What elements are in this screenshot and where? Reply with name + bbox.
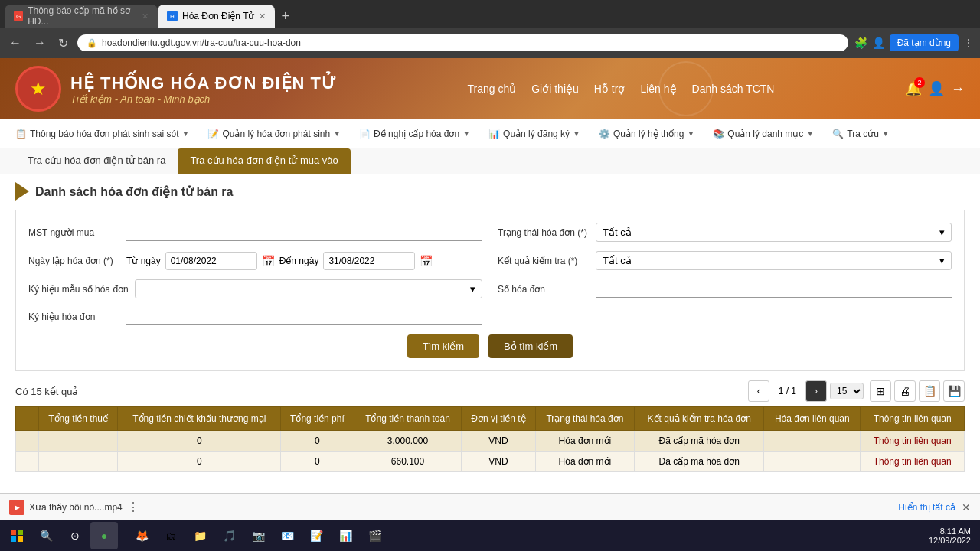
svg-rect-1 [18, 530, 23, 535]
site-subtitle: Tiết kiệm - An toàn - Minh bạch [70, 93, 337, 105]
menu-quan-ly-dk[interactable]: 📊 Quản lý đăng ký ▼ [481, 122, 588, 145]
tab2-favicon: H [167, 11, 178, 21]
menu-quan-ly-phat-sinh[interactable]: 📝 Quản lý hóa đơn phát sinh ▼ [200, 122, 348, 145]
taskbar-app5[interactable]: 📷 [244, 522, 272, 549]
notification-badge: 2 [914, 77, 925, 88]
nav-ho-tro[interactable]: Hỗ trợ [594, 83, 626, 95]
col-tong-tien-thue: Tổng tiền thuế [39, 407, 118, 431]
download-bar-close[interactable]: ✕ [962, 501, 971, 514]
danh-muc-arrow: ▼ [806, 129, 814, 138]
pause-button[interactable]: Đã tạm dừng [890, 34, 959, 51]
taskbar-app1[interactable]: 🦊 [128, 522, 155, 549]
download-bar: ▶ Xưa thầy bôi nò....mp4 ⋮ Hiển thị tất … [0, 493, 980, 520]
tu-ngay-input[interactable] [165, 252, 257, 270]
thong-bao-icon: 📋 [15, 129, 27, 139]
export-icon[interactable]: ⊞ [870, 380, 891, 402]
menu-de-nghi[interactable]: 📄 Đề nghị cấp hóa đơn ▼ [351, 122, 478, 145]
nav-gioi-thieu[interactable]: Giới thiệu [531, 83, 579, 95]
nav-trang-chu[interactable]: Trang chủ [468, 83, 517, 95]
download-menu-button[interactable]: ⋮ [127, 500, 139, 514]
taskbar-app6[interactable]: 📧 [273, 522, 301, 549]
row1-tt-link[interactable]: Thông tin liên quan [874, 435, 952, 446]
arrow-button[interactable]: → [951, 81, 965, 97]
nav-icons: 🔔 2 👤 → [905, 80, 965, 97]
row2-trang-thai: Hóa đơn mới [535, 452, 635, 472]
ky-hieu-mau-select[interactable]: ▾ [135, 279, 482, 298]
tu-ngay-calendar-icon[interactable]: 📅 [262, 255, 275, 267]
notification-button[interactable]: 🔔 2 [905, 80, 922, 97]
danh-muc-label: Quản lý danh mục [727, 129, 803, 139]
taskbar-app3[interactable]: 📁 [186, 522, 214, 549]
browser-tab-1[interactable]: G Thông báo cấp mã hồ sơ HĐ... ✕ [5, 5, 158, 28]
ket-qua-arrow: ▾ [939, 255, 945, 266]
extensions-icon[interactable]: 🧩 [854, 37, 867, 49]
menu-quan-ly-he-thong[interactable]: ⚙️ Quản lý hệ thống ▼ [591, 122, 702, 145]
menu-icon[interactable]: ⋮ [963, 37, 974, 49]
browser-tab-2[interactable]: H Hóa Đơn Điện Tử ✕ [158, 5, 275, 28]
tab1-close[interactable]: ✕ [142, 11, 149, 21]
trang-thai-arrow: ▾ [939, 227, 945, 238]
tab2-close[interactable]: ✕ [259, 11, 266, 21]
row1-thanh-toan: 3.000.000 [354, 431, 462, 452]
save-icon[interactable]: 💾 [943, 380, 965, 402]
account-icon[interactable]: 👤 [872, 37, 885, 49]
ky-hieu-label: Ký hiệu hóa đơn [28, 311, 120, 322]
ket-qua-value: Tất cả [603, 255, 632, 266]
nav-lien-he[interactable]: Liên hệ [640, 83, 676, 95]
address-bar-input[interactable]: 🔒 hoadondientu.gdt.gov.vn/tra-cuu/tra-cu… [77, 34, 848, 51]
menu-bar: 📋 Thông báo hóa đơn phát sinh sai sót ▼ … [0, 119, 980, 148]
taskbar-search[interactable]: 🔍 [32, 522, 60, 549]
trang-thai-group: Trạng thái hóa đơn (*) Tất cả ▾ [498, 223, 952, 242]
search-button[interactable]: Tìm kiếm [407, 334, 479, 358]
menu-thong-bao[interactable]: 📋 Thông báo hóa đơn phát sinh sai sót ▼ [8, 122, 197, 145]
dang-ky-label: Quản lý đăng ký [503, 129, 570, 139]
back-button[interactable]: ← [6, 33, 24, 53]
copy-icon[interactable]: 📋 [919, 380, 940, 402]
page-title-bar: Danh sách hóa đơn điện tử bán ra [15, 182, 965, 201]
taskbar-cortana[interactable]: ⊙ [61, 522, 89, 549]
user-button[interactable]: 👤 [928, 80, 945, 97]
taskbar-start[interactable] [3, 522, 31, 549]
page-size-select[interactable]: 152050 [830, 383, 864, 399]
taskbar-browser[interactable]: ● [90, 522, 118, 549]
he-thong-icon: ⚙️ [599, 129, 610, 139]
ket-qua-select[interactable]: Tất cả ▾ [596, 251, 952, 270]
prev-page-button[interactable]: ‹ [748, 380, 769, 402]
so-hoa-don-input[interactable] [596, 280, 952, 298]
download-item: ▶ Xưa thầy bôi nò....mp4 ⋮ [9, 500, 139, 515]
ky-hieu-input[interactable] [126, 308, 482, 325]
row1-chiet-khau: 0 [118, 431, 281, 452]
logo-section: ★ HỆ THỐNG HÓA ĐƠN ĐIỆN TỬ Tiết kiệm - A… [15, 66, 337, 112]
col-select [16, 407, 39, 431]
den-ngay-input[interactable] [323, 252, 415, 270]
phat-sinh-arrow: ▼ [333, 129, 341, 138]
tra-cuu-icon: 🔍 [832, 129, 844, 139]
den-ngay-calendar-icon[interactable]: 📅 [420, 255, 433, 267]
next-page-button[interactable]: › [805, 380, 827, 402]
taskbar-app7[interactable]: 📝 [302, 522, 330, 549]
trang-thai-select[interactable]: Tất cả ▾ [596, 223, 952, 242]
row2-tt-link[interactable]: Thông tin liên quan [874, 456, 952, 467]
page-info: 1 / 1 [773, 386, 802, 396]
nav-danh-sach[interactable]: Danh sách TCTN [692, 83, 775, 95]
hide-all-button[interactable]: Hiển thị tất cả [898, 502, 956, 513]
date-display: 12/09/2022 [929, 536, 971, 545]
taskbar-app2[interactable]: 🗂 [157, 522, 185, 549]
new-tab-button[interactable]: + [275, 8, 296, 24]
row2-don-vi: VND [462, 452, 535, 472]
taskbar-app8[interactable]: 📊 [332, 522, 359, 549]
refresh-button[interactable]: ↻ [55, 33, 71, 54]
tab-mua-vao[interactable]: Tra cứu hóa đơn điện tử mua vào [178, 148, 350, 174]
clear-button[interactable]: Bỏ tìm kiếm [488, 334, 573, 358]
taskbar-time: 8:11 AM 12/09/2022 [929, 527, 977, 545]
menu-quan-ly-dm[interactable]: 📚 Quản lý danh mục ▼ [705, 122, 822, 145]
print-icon[interactable]: 🖨 [894, 380, 916, 402]
taskbar-app4[interactable]: 🎵 [215, 522, 243, 549]
mst-input[interactable] [126, 223, 482, 241]
menu-tra-cuu[interactable]: 🔍 Tra cứu ▼ [825, 122, 897, 145]
phat-sinh-icon: 📝 [207, 129, 219, 139]
address-text: hoadondientu.gdt.gov.vn/tra-cuu/tra-cuu-… [102, 37, 301, 48]
taskbar-app9[interactable]: 🎬 [361, 522, 388, 549]
tab-ban-ra[interactable]: Tra cứu hóa đơn điện tử bán ra [15, 148, 178, 174]
forward-button[interactable]: → [31, 33, 49, 53]
